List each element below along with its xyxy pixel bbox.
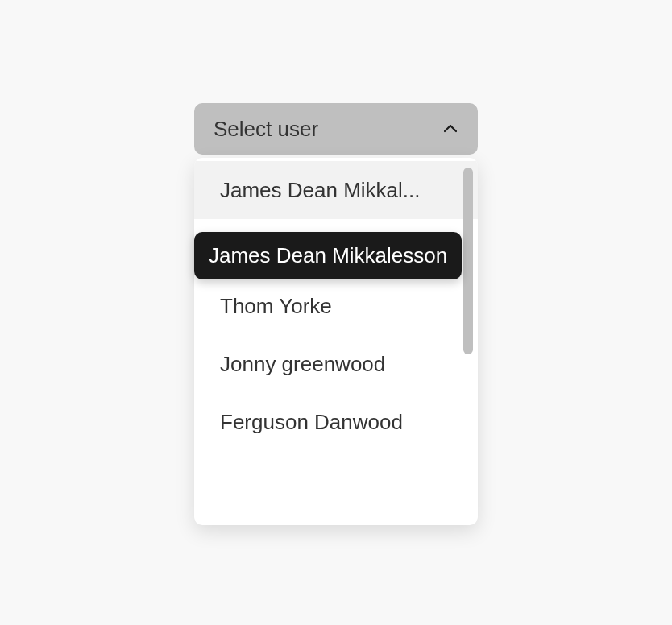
scrollbar-track — [463, 168, 473, 519]
dropdown-container: Select user James Dean Mikkal... Carlos … — [194, 103, 478, 155]
menu-scroll-area: James Dean Mikkal... Carlos Santana Thom… — [194, 161, 478, 525]
menu-items-list: James Dean Mikkal... Carlos Santana Thom… — [194, 161, 478, 454]
chevron-up-icon — [442, 121, 458, 137]
menu-item[interactable]: James Dean Mikkal... — [194, 161, 478, 219]
scrollbar-thumb[interactable] — [463, 168, 473, 354]
menu-item[interactable]: Jonny greenwood — [194, 335, 478, 393]
select-user-trigger[interactable]: Select user — [194, 103, 478, 155]
item-tooltip: James Dean Mikkalesson — [194, 232, 462, 279]
dropdown-menu: James Dean Mikkal... Carlos Santana Thom… — [194, 158, 478, 525]
select-placeholder: Select user — [214, 117, 318, 142]
menu-item[interactable]: Thom Yorke — [194, 277, 478, 335]
menu-item[interactable]: Ferguson Danwood — [194, 393, 478, 451]
